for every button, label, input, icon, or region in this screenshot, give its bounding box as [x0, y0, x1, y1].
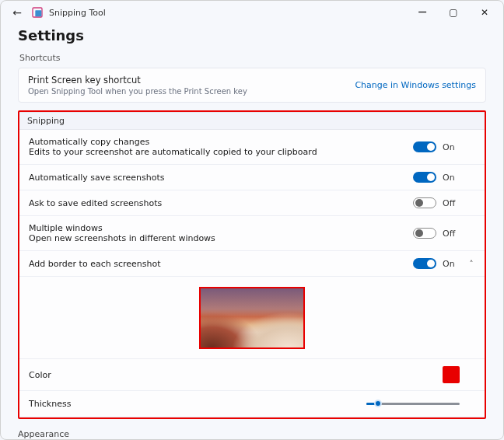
border-color-label: Color — [29, 370, 443, 380]
multi-windows-state: Off — [443, 229, 460, 239]
multi-windows-title: Multiple windows — [29, 223, 413, 233]
auto-save-title: Automatically save screenshots — [29, 173, 413, 183]
add-border-state: On — [443, 259, 460, 269]
multi-windows-row: Multiple windows Open new screenshots in… — [19, 216, 485, 251]
slider-thumb[interactable] — [374, 400, 382, 407]
add-border-row[interactable]: Add border to each screenshot On ˄ — [19, 251, 485, 277]
border-color-row[interactable]: Color — [19, 359, 485, 391]
auto-copy-row: Automatically copy changes Edits to your… — [19, 130, 485, 165]
minimize-button[interactable]: ─ — [407, 9, 438, 16]
auto-copy-toggle[interactable] — [413, 141, 436, 152]
svg-rect-1 — [35, 10, 41, 16]
app-window: ← Snipping Tool ─ ▢ ✕ Settings Shortcuts… — [0, 0, 504, 440]
settings-content: Settings Shortcuts Print Screen key shor… — [1, 24, 503, 423]
border-preview-image — [199, 287, 305, 349]
border-thickness-slider[interactable] — [366, 398, 460, 409]
maximize-button[interactable]: ▢ — [438, 7, 469, 18]
shortcuts-section-label: Shortcuts — [19, 53, 486, 63]
ask-save-toggle[interactable] — [413, 197, 436, 208]
change-in-windows-settings-link[interactable]: Change in Windows settings — [355, 80, 476, 90]
auto-save-state: On — [443, 173, 460, 183]
print-screen-shortcut-card[interactable]: Print Screen key shortcut Open Snipping … — [18, 68, 486, 103]
back-button[interactable]: ← — [4, 6, 30, 19]
auto-save-row: Automatically save screenshots On — [19, 165, 485, 190]
ask-save-state: Off — [443, 198, 460, 208]
snipping-tool-icon — [30, 5, 44, 19]
shortcut-subtitle: Open Snipping Tool when you press the Pr… — [28, 87, 355, 96]
auto-save-toggle[interactable] — [413, 172, 436, 183]
page-title: Settings — [18, 27, 486, 44]
ask-save-title: Ask to save edited screenshots — [29, 198, 413, 208]
snipping-section-label: Snipping — [19, 112, 485, 130]
multi-windows-subtitle: Open new screenshots in different window… — [29, 233, 413, 243]
add-border-toggle[interactable] — [413, 258, 436, 269]
border-thickness-label: Thickness — [29, 399, 366, 409]
border-color-swatch[interactable] — [443, 366, 460, 383]
snipping-section-highlight: Snipping Automatically copy changes Edit… — [18, 110, 486, 419]
auto-copy-subtitle: Edits to your screenshot are automatical… — [29, 147, 413, 157]
auto-copy-title: Automatically copy changes — [29, 137, 413, 147]
titlebar: ← Snipping Tool ─ ▢ ✕ — [1, 1, 503, 24]
app-title: Snipping Tool — [49, 8, 106, 18]
shortcut-title: Print Screen key shortcut — [28, 75, 355, 86]
add-border-title: Add border to each screenshot — [29, 259, 413, 269]
ask-save-row: Ask to save edited screenshots Off — [19, 190, 485, 216]
multi-windows-toggle[interactable] — [413, 228, 436, 239]
chevron-up-icon: ˄ — [467, 260, 475, 268]
border-preview-area — [19, 277, 485, 359]
close-button[interactable]: ✕ — [469, 7, 500, 18]
auto-copy-state: On — [443, 142, 460, 152]
border-thickness-row: Thickness — [19, 391, 485, 416]
appearance-section-label: Appearance — [1, 423, 503, 439]
